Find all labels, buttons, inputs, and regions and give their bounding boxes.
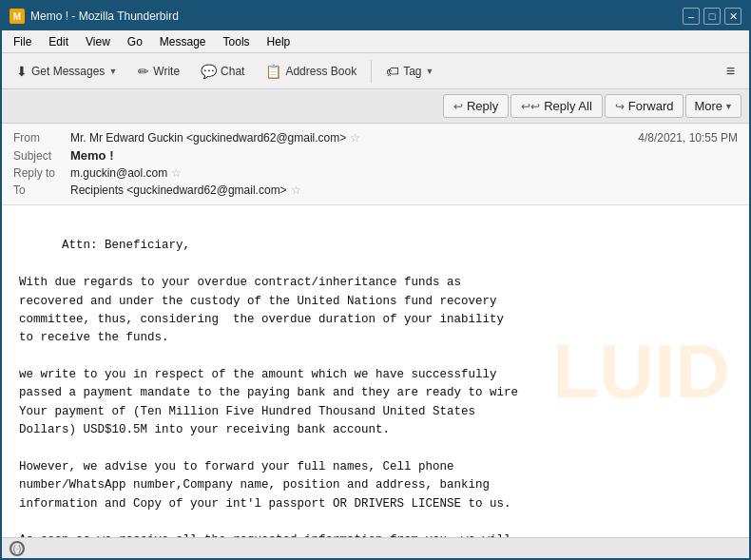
window-title: Memo ! - Mozilla Thunderbird bbox=[30, 10, 179, 23]
get-messages-dropdown-icon: ▼ bbox=[108, 67, 117, 76]
toolbar-separator bbox=[371, 60, 372, 83]
get-messages-icon: ⬇ bbox=[16, 64, 28, 79]
reply-all-icon: ↩↩ bbox=[521, 100, 540, 113]
chat-button[interactable]: 💬 Chat bbox=[192, 59, 253, 84]
to-star-icon[interactable]: ☆ bbox=[291, 183, 301, 197]
write-icon: ✏ bbox=[138, 64, 149, 79]
close-button[interactable]: ✕ bbox=[724, 8, 741, 25]
menu-go[interactable]: Go bbox=[120, 33, 150, 50]
forward-button[interactable]: ↪ Forward bbox=[605, 94, 684, 118]
email-date: 4/8/2021, 10:55 PM bbox=[638, 131, 738, 145]
title-controls: – □ ✕ bbox=[683, 8, 741, 25]
status-bar: ((·)) bbox=[2, 537, 749, 558]
menu-bar: File Edit View Go Message Tools Help bbox=[2, 30, 749, 53]
status-icon-symbol: ((·)) bbox=[10, 544, 25, 553]
hamburger-menu-button[interactable]: ≡ bbox=[718, 58, 743, 85]
reply-to-value: m.guckin@aol.com bbox=[70, 166, 167, 180]
menu-message[interactable]: Message bbox=[152, 33, 214, 50]
menu-file[interactable]: File bbox=[6, 33, 39, 50]
more-dropdown-icon: ▼ bbox=[724, 102, 733, 111]
to-label: To bbox=[13, 183, 70, 197]
from-row: From Mr. Mr Edward Guckin <guckinedward6… bbox=[13, 129, 738, 146]
tag-button[interactable]: 🏷 Tag ▼ bbox=[377, 59, 442, 84]
from-label: From bbox=[13, 131, 70, 145]
reply-to-row: Reply to m.guckin@aol.com ☆ bbox=[13, 164, 738, 182]
get-messages-button[interactable]: ⬇ Get Messages ▼ bbox=[8, 59, 125, 84]
email-body: LUID Attn: Beneficiary, With due regards… bbox=[2, 205, 749, 537]
title-bar: M Memo ! - Mozilla Thunderbird – □ ✕ bbox=[2, 2, 749, 30]
toolbar: ⬇ Get Messages ▼ ✏ Write 💬 Chat 📋 Addres… bbox=[2, 53, 749, 89]
email-header: From Mr. Mr Edward Guckin <guckinedward6… bbox=[2, 124, 749, 205]
reply-to-label: Reply to bbox=[13, 166, 70, 180]
write-button[interactable]: ✏ Write bbox=[129, 59, 188, 84]
chat-icon: 💬 bbox=[201, 64, 217, 79]
menu-edit[interactable]: Edit bbox=[41, 33, 76, 50]
menu-tools[interactable]: Tools bbox=[216, 33, 258, 50]
title-bar-left: M Memo ! - Mozilla Thunderbird bbox=[10, 9, 179, 24]
forward-icon: ↪ bbox=[615, 100, 625, 113]
reply-button[interactable]: ↩ Reply bbox=[443, 94, 509, 118]
menu-view[interactable]: View bbox=[78, 33, 118, 50]
to-value: Recipients <guckinedward62@gmail.com> bbox=[70, 183, 287, 197]
reply-icon: ↩ bbox=[453, 100, 463, 113]
subject-label: Subject bbox=[13, 149, 70, 163]
maximize-button[interactable]: □ bbox=[703, 8, 721, 25]
address-book-button[interactable]: 📋 Address Book bbox=[257, 59, 365, 84]
more-button[interactable]: More ▼ bbox=[685, 94, 741, 118]
action-bar: ↩ Reply ↩↩ Reply All ↪ Forward More ▼ bbox=[2, 89, 749, 124]
reply-all-button[interactable]: ↩↩ Reply All bbox=[510, 94, 603, 118]
minimize-button[interactable]: – bbox=[683, 8, 700, 25]
from-value: Mr. Mr Edward Guckin <guckinedward62@gma… bbox=[70, 131, 346, 145]
address-book-icon: 📋 bbox=[265, 64, 281, 79]
reply-to-star-icon[interactable]: ☆ bbox=[171, 166, 182, 180]
tag-dropdown-icon: ▼ bbox=[426, 67, 434, 76]
from-star-icon[interactable]: ☆ bbox=[350, 131, 360, 145]
email-body-text: Attn: Beneficiary, With due regards to y… bbox=[19, 219, 646, 537]
menu-help[interactable]: Help bbox=[260, 33, 298, 50]
connection-status-icon: ((·)) bbox=[10, 541, 25, 556]
to-row: To Recipients <guckinedward62@gmail.com>… bbox=[13, 182, 738, 199]
subject-row: Subject Memo ! bbox=[13, 146, 738, 164]
app-icon: M bbox=[10, 9, 25, 24]
main-window: M Memo ! - Mozilla Thunderbird – □ ✕ Fil… bbox=[0, 0, 751, 560]
subject-value: Memo ! bbox=[70, 148, 114, 163]
tag-icon: 🏷 bbox=[386, 64, 399, 79]
